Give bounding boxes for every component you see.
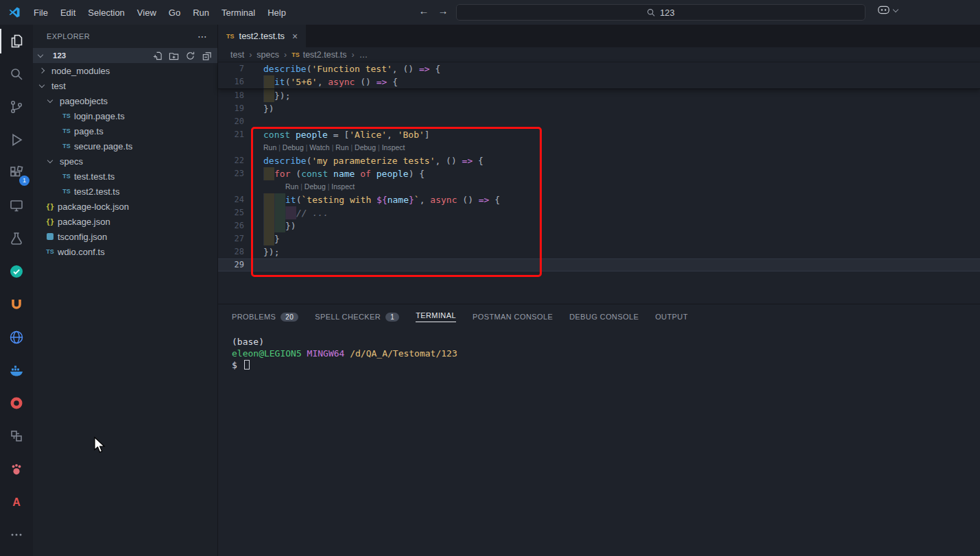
menu-run[interactable]: Run bbox=[187, 5, 215, 21]
file-package-lock.json[interactable]: {}package-lock.json bbox=[33, 199, 217, 214]
panel-tab-problems[interactable]: PROBLEMS20 bbox=[232, 304, 298, 329]
codelens-row[interactable]: Run | Debug | Inspect bbox=[218, 180, 980, 193]
codelens-run[interactable]: Run bbox=[335, 143, 348, 152]
panel-tab-spell-checker[interactable]: SPELL CHECKER1 bbox=[315, 304, 399, 329]
file-login.page.ts[interactable]: TSlogin.page.ts bbox=[33, 108, 217, 123]
file-tree: node_modulestestpageobjectsTSlogin.page.… bbox=[33, 63, 217, 259]
copilot-menu[interactable] bbox=[878, 5, 904, 14]
workspace-root-row[interactable]: 123 bbox=[33, 48, 217, 63]
activity-cubes[interactable] bbox=[0, 420, 33, 452]
indent-guide bbox=[263, 219, 274, 232]
remote-explorer-icon bbox=[8, 197, 25, 214]
terminal-line: eleon@LEGION5 MINGW64 /d/QA_A/Testomat/1… bbox=[232, 348, 980, 359]
indent-guide bbox=[274, 219, 285, 232]
activity-paw[interactable] bbox=[0, 452, 33, 485]
code-line-18[interactable]: 18}); bbox=[218, 89, 980, 102]
code-line-20[interactable]: 20 bbox=[218, 115, 980, 128]
activity-globe[interactable] bbox=[0, 321, 33, 354]
folder-node_modules[interactable]: node_modules bbox=[33, 63, 217, 78]
codelens-watch[interactable]: Watch bbox=[309, 143, 329, 152]
file-wdio.conf.ts[interactable]: TSwdio.conf.ts bbox=[33, 244, 217, 259]
panel-tab-output[interactable]: OUTPUT bbox=[655, 304, 688, 329]
breadcrumb-item[interactable]: test bbox=[230, 50, 244, 60]
activity-more[interactable] bbox=[0, 518, 33, 551]
breadcrumb-item[interactable]: specs bbox=[256, 50, 279, 60]
file-label: tsconfig.json bbox=[58, 232, 107, 242]
code-line-16[interactable]: 16it('5+6', async () => { bbox=[218, 75, 980, 88]
codelens-run[interactable]: Run bbox=[285, 182, 298, 191]
menu-view[interactable]: View bbox=[131, 5, 163, 21]
chevron-down-icon bbox=[39, 82, 45, 88]
activity-run-and-debug[interactable] bbox=[0, 123, 33, 156]
back-arrow-button[interactable]: ← bbox=[416, 5, 432, 16]
menu-edit[interactable]: Edit bbox=[54, 5, 82, 21]
menu-file[interactable]: File bbox=[27, 5, 54, 21]
codelens-debug[interactable]: Debug bbox=[283, 143, 304, 152]
activity-explorer[interactable] bbox=[0, 25, 33, 58]
chevron-down-icon bbox=[47, 97, 53, 103]
vscode-logo-icon bbox=[8, 6, 21, 19]
chevron-separator-icon: › bbox=[284, 50, 287, 60]
menu-selection[interactable]: Selection bbox=[82, 5, 130, 21]
code-line-22[interactable]: 22describe('my parameterize tests', () =… bbox=[218, 154, 980, 167]
activity-extensions[interactable]: 1 bbox=[0, 156, 33, 189]
codelens-debug[interactable]: Debug bbox=[304, 182, 326, 191]
code-line-21[interactable]: 21const people = ['Alice', 'Bob'] bbox=[218, 128, 980, 141]
breadcrumb-item[interactable]: TStest2.test.ts bbox=[291, 50, 346, 60]
forward-arrow-button[interactable]: → bbox=[435, 5, 451, 16]
activity-check-circle[interactable] bbox=[0, 255, 33, 288]
breadcrumb-item[interactable]: … bbox=[359, 50, 368, 60]
activity-docker-whale[interactable] bbox=[0, 354, 33, 387]
file-label: node_modules bbox=[51, 66, 110, 76]
panel-tab-debug-console[interactable]: DEBUG CONSOLE bbox=[569, 304, 638, 329]
code-line-25[interactable]: 25// ... bbox=[218, 206, 980, 219]
activity-source-control[interactable] bbox=[0, 90, 33, 123]
code-editor[interactable]: 7describe('Function test', () => {16it('… bbox=[218, 62, 980, 304]
menu-help[interactable]: Help bbox=[261, 5, 292, 21]
file-package.json[interactable]: {}package.json bbox=[33, 214, 217, 229]
code-line-23[interactable]: 23for (const name of people) { bbox=[218, 167, 980, 180]
activity-red-ring[interactable] bbox=[0, 387, 33, 420]
folder-specs[interactable]: specs bbox=[33, 154, 217, 169]
activity-letter-a[interactable]: A bbox=[0, 485, 33, 518]
activity-remote-explorer[interactable] bbox=[0, 189, 33, 222]
explorer-more-actions-icon[interactable]: ⋯ bbox=[198, 31, 208, 42]
code-line-28[interactable]: 28}); bbox=[218, 245, 980, 258]
activity-search[interactable] bbox=[0, 58, 33, 90]
terminal[interactable]: (base)eleon@LEGION5 MINGW64 /d/QA_A/Test… bbox=[218, 329, 980, 371]
codelens-debug[interactable]: Debug bbox=[355, 143, 376, 152]
codelens-run[interactable]: Run bbox=[263, 143, 276, 152]
codelens-inspect[interactable]: Inspect bbox=[382, 143, 405, 152]
new-folder-icon[interactable] bbox=[169, 51, 179, 61]
code-line-26[interactable]: 26}) bbox=[218, 219, 980, 232]
code-line-27[interactable]: 27} bbox=[218, 232, 980, 245]
panel-tab-terminal[interactable]: TERMINAL bbox=[416, 304, 456, 329]
folder-pageobjects[interactable]: pageobjects bbox=[33, 93, 217, 108]
code-line-24[interactable]: 24it(`testing with ${name}`, async () =>… bbox=[218, 193, 980, 206]
code-line-29[interactable]: 29 bbox=[218, 258, 980, 271]
file-tsconfig.json[interactable]: tsconfig.json bbox=[33, 229, 217, 244]
collapse-all-icon[interactable] bbox=[202, 51, 212, 61]
menu-terminal[interactable]: Terminal bbox=[215, 5, 261, 21]
panel-tab-postman-console[interactable]: POSTMAN CONSOLE bbox=[473, 304, 553, 329]
code-line-19[interactable]: 19}) bbox=[218, 102, 980, 115]
file-page.ts[interactable]: TSpage.ts bbox=[33, 123, 217, 138]
menu-go[interactable]: Go bbox=[163, 5, 187, 21]
file-test2.test.ts[interactable]: TStest2.test.ts bbox=[33, 184, 217, 199]
code-lines: 18});19})2021const people = ['Alice', 'B… bbox=[218, 89, 980, 271]
refresh-icon[interactable] bbox=[185, 51, 195, 61]
file-secure.page.ts[interactable]: TSsecure.page.ts bbox=[33, 138, 217, 154]
tab-test2-test-ts[interactable]: TS test2.test.ts × bbox=[218, 25, 306, 47]
folder-test[interactable]: test bbox=[33, 78, 217, 93]
file-test.test.ts[interactable]: TStest.test.ts bbox=[33, 169, 217, 184]
activity-testing-flask[interactable] bbox=[0, 222, 33, 255]
activity-magnet[interactable] bbox=[0, 288, 33, 321]
close-icon[interactable]: × bbox=[292, 31, 298, 42]
command-center-search[interactable]: 123 bbox=[456, 4, 865, 21]
chevron-down-icon bbox=[47, 158, 53, 163]
new-file-icon[interactable] bbox=[152, 51, 163, 61]
codelens-row[interactable]: Run | Debug | Watch | Run | Debug | Insp… bbox=[218, 141, 980, 154]
codelens-inspect[interactable]: Inspect bbox=[331, 182, 355, 191]
tab-bar: TS test2.test.ts × bbox=[218, 25, 980, 47]
code-line-7[interactable]: 7describe('Function test', () => { bbox=[218, 62, 980, 75]
